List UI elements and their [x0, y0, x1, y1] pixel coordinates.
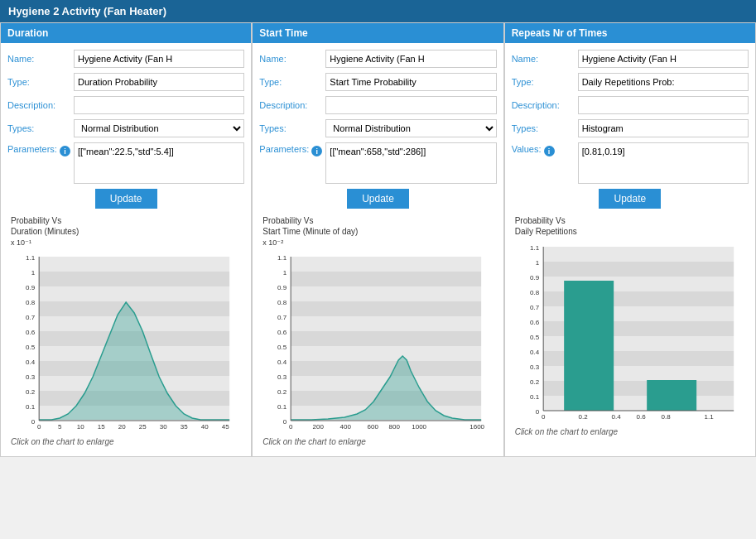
click-hint-repeats[interactable]: Click on the chart to enlarge	[515, 424, 745, 440]
type-row-duration: Type:	[7, 73, 244, 91]
params-row-duration: Parameters: i [["mean":22.5,"std":5.4]]	[7, 142, 244, 184]
svg-text:0.8: 0.8	[277, 299, 287, 306]
svg-text:0.6: 0.6	[277, 329, 287, 336]
svg-text:5: 5	[58, 423, 62, 431]
description-label-repeats: Description:	[512, 100, 578, 110]
svg-rect-67	[543, 247, 734, 262]
panel-duration: Duration Name: Type: Description: Types:…	[0, 22, 252, 457]
params-input-start-time[interactable]: [["mean":658,"std":286]]	[325, 142, 496, 184]
svg-text:0.5: 0.5	[530, 334, 540, 341]
svg-text:0.7: 0.7	[277, 314, 287, 321]
info-icon-start-time[interactable]: i	[311, 146, 322, 156]
chart-title-start-time: Probability Vs Start Time (Minute of day…	[262, 215, 493, 237]
title-bar: Hygiene 2 Activity (Fan Heater)	[0, 0, 756, 22]
svg-text:0: 0	[37, 423, 41, 431]
type-label-duration: Type:	[7, 77, 74, 87]
description-label-start-time: Description:	[259, 100, 325, 110]
svg-text:0: 0	[289, 423, 293, 431]
svg-text:0.4: 0.4	[611, 413, 621, 421]
svg-text:800: 800	[389, 423, 401, 431]
svg-text:200: 200	[313, 423, 325, 431]
svg-text:1.1: 1.1	[530, 244, 540, 252]
main-container: Duration Name: Type: Description: Types:…	[0, 22, 756, 457]
chart-title-duration: Probability Vs Duration (Minutes)	[11, 215, 241, 237]
update-button-repeats[interactable]: Update	[599, 189, 661, 209]
description-input-repeats[interactable]	[578, 96, 749, 114]
chart-svg-element-start-time: 1.1 1 0.9 0.8 0.7 0.6 0.5 0.4 0.3 0.2 0.…	[262, 248, 493, 431]
description-input-duration[interactable]	[74, 96, 244, 114]
svg-text:40: 40	[201, 423, 209, 431]
svg-text:0.3: 0.3	[26, 373, 36, 381]
update-button-duration[interactable]: Update	[95, 189, 157, 209]
info-icon-repeats[interactable]: i	[544, 146, 555, 156]
types-row-repeats: Types:	[512, 119, 749, 137]
svg-text:0.9: 0.9	[530, 274, 540, 282]
svg-text:35: 35	[181, 423, 188, 431]
svg-text:0.4: 0.4	[277, 359, 287, 366]
update-button-start-time[interactable]: Update	[347, 189, 409, 209]
svg-text:0: 0	[535, 408, 539, 416]
panel-body-start-time: Name: Type: Description: Types: Normal D…	[253, 43, 503, 456]
params-label-duration: Parameters: i	[7, 142, 74, 156]
svg-rect-38	[291, 301, 481, 316]
histogram-bar-1	[564, 281, 614, 411]
info-icon-duration[interactable]: i	[60, 146, 70, 156]
click-hint-duration[interactable]: Click on the chart to enlarge	[11, 434, 241, 450]
svg-text:1: 1	[535, 259, 539, 267]
svg-text:10: 10	[77, 423, 84, 431]
svg-text:15: 15	[98, 423, 105, 431]
svg-rect-42	[291, 361, 481, 376]
panel-start-time: Start Time Name: Type: Description: Type…	[252, 22, 503, 457]
svg-text:1000: 1000	[412, 423, 427, 431]
type-input-start-time[interactable]	[325, 73, 496, 91]
description-input-start-time[interactable]	[325, 96, 496, 114]
types-row-start-time: Types: Normal Distribution	[259, 119, 496, 137]
chart-svg-duration[interactable]: 1.1 1 0.9 0.8 0.7 0.6 0.5 0.4 0.3 0.2 0.…	[11, 248, 241, 431]
svg-text:0.6: 0.6	[636, 413, 646, 421]
types-input-repeats[interactable]	[578, 119, 749, 137]
type-row-start-time: Type:	[259, 73, 496, 91]
type-row-repeats: Type:	[512, 73, 749, 91]
description-row-duration: Description:	[7, 96, 244, 114]
svg-text:1: 1	[283, 269, 287, 277]
types-select-start-time[interactable]: Normal Distribution	[325, 119, 496, 137]
params-row-start-time: Parameters: i [["mean":658,"std":286]]	[259, 142, 496, 184]
name-input-repeats[interactable]	[578, 50, 749, 68]
svg-text:25: 25	[139, 423, 147, 431]
params-input-duration[interactable]: [["mean":22.5,"std":5.4]]	[74, 142, 244, 184]
chart-svg-start-time[interactable]: 1.1 1 0.9 0.8 0.7 0.6 0.5 0.4 0.3 0.2 0.…	[262, 248, 493, 431]
name-input-duration[interactable]	[74, 50, 244, 68]
types-label-start-time: Types:	[259, 123, 325, 133]
click-hint-start-time[interactable]: Click on the chart to enlarge	[262, 434, 493, 450]
svg-text:0: 0	[31, 418, 36, 426]
svg-rect-39	[291, 316, 481, 331]
types-label-repeats: Types:	[512, 123, 578, 133]
params-label-start-time: Parameters: i	[259, 142, 325, 156]
values-input-repeats[interactable]: [0.81,0.19]	[578, 142, 749, 184]
types-label-duration: Types:	[7, 123, 74, 133]
panel-body-duration: Name: Type: Description: Types: Normal D…	[1, 43, 251, 456]
svg-text:0.5: 0.5	[277, 344, 287, 351]
svg-rect-2	[39, 286, 229, 301]
panel-header-duration: Duration	[1, 23, 251, 43]
svg-text:0.5: 0.5	[26, 344, 36, 351]
chart-scale-start-time: x 10⁻²	[262, 238, 493, 247]
svg-rect-1	[39, 272, 229, 286]
type-label-start-time: Type:	[259, 77, 325, 87]
svg-rect-41	[291, 346, 481, 361]
description-row-start-time: Description:	[259, 96, 496, 114]
svg-text:45: 45	[222, 423, 229, 431]
values-label-repeats: Values: i	[512, 142, 578, 156]
types-select-duration[interactable]: Normal Distribution	[74, 119, 244, 137]
chart-svg-repeats[interactable]: 1.1 1 0.9 0.8 0.7 0.6 0.5 0.4 0.3 0.2 0.…	[515, 238, 745, 421]
svg-text:1.1: 1.1	[26, 254, 36, 262]
name-input-start-time[interactable]	[325, 50, 496, 68]
values-row-repeats: Values: i [0.81,0.19]	[512, 142, 749, 184]
svg-text:0: 0	[283, 418, 287, 426]
description-row-repeats: Description:	[512, 96, 749, 114]
type-input-repeats[interactable]	[578, 73, 749, 91]
name-label-start-time: Name:	[259, 54, 325, 64]
window-title: Hygiene 2 Activity (Fan Heater)	[8, 5, 166, 17]
svg-rect-37	[291, 286, 481, 301]
type-input-duration[interactable]	[74, 73, 244, 91]
